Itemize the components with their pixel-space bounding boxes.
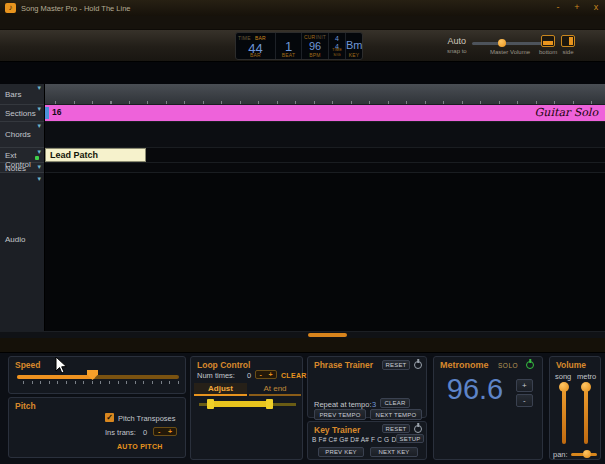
loop-tab-adjust[interactable]: Adjust <box>194 383 247 396</box>
metronome-power-icon[interactable] <box>526 361 534 369</box>
transport-display: TIME BAR 44 BAR 1 BEAT CUR INIT 96 BPM 4… <box>235 32 363 60</box>
bar-label: BAR <box>236 52 275 58</box>
app-window: ♪ Song Master Pro - Hold The Line - + x … <box>0 0 605 464</box>
sidebar-row-chords[interactable]: Chords ▾ <box>0 122 44 148</box>
loop-clear-button[interactable]: CLEAR <box>281 372 307 379</box>
snap-to-label: snap to <box>447 48 467 54</box>
ins-trans-stepper[interactable]: - + <box>153 427 177 436</box>
repeat-at-tempo-value: 3 <box>372 400 376 409</box>
loop-start-handle[interactable] <box>207 399 214 409</box>
audio-row-label: Audio <box>5 235 25 244</box>
chevron-down-icon[interactable]: ▾ <box>37 175 41 183</box>
bars-row-label: Bars <box>5 90 21 99</box>
key-sequence: B F# C# G# D# A# F C G D A E <box>312 436 409 443</box>
dock-side-label: side <box>561 49 575 55</box>
bars-ruler[interactable] <box>45 84 605 105</box>
track-content: 16 Guitar Solo Lead Patch <box>45 84 605 331</box>
metronome-solo-button[interactable]: SOLO <box>498 362 518 369</box>
toolbar: TIME BAR 44 BAR 1 BEAT CUR INIT 96 BPM 4… <box>0 30 605 62</box>
pan-handle[interactable] <box>583 450 591 458</box>
snap-to-value[interactable]: Auto <box>447 36 467 46</box>
minus-icon[interactable]: - <box>259 371 261 378</box>
sidebar-row-sections[interactable]: Sections ▾ <box>0 105 44 122</box>
loop-control-section: Loop Control Num times: 0 - + CLEAR Adju… <box>190 356 303 460</box>
tools-panel: Speed Pitch ✓ Pitch Transposes Ins trans… <box>0 353 605 464</box>
ins-trans-label: Ins trans: <box>105 428 136 437</box>
bpm-value: 96 <box>302 40 328 52</box>
metro-volume-label: metro <box>577 372 596 381</box>
bpm-label: BPM <box>302 52 328 58</box>
scrollbar-thumb[interactable] <box>308 333 347 337</box>
plus-icon[interactable]: + <box>269 371 273 378</box>
bpm-display: CUR INIT 96 BPM <box>302 33 329 59</box>
key-reset-button[interactable]: RESET <box>382 424 410 433</box>
master-volume-label: Master Volume <box>472 49 548 55</box>
metro-volume-handle[interactable] <box>581 382 591 392</box>
master-volume-slider[interactable] <box>472 42 548 45</box>
chevron-down-icon[interactable]: ▾ <box>37 148 41 156</box>
song-volume-slider[interactable] <box>562 384 566 444</box>
key-power-icon[interactable] <box>414 425 422 433</box>
phrase-clear-button[interactable]: CLEAR <box>380 398 410 408</box>
metronome-decrease-button[interactable]: - <box>516 394 533 407</box>
song-overview-strip <box>0 62 605 84</box>
snap-to-control[interactable]: Auto snap to <box>447 36 467 54</box>
ext-control-track[interactable]: Lead Patch <box>45 148 605 163</box>
speed-section: Speed <box>8 356 186 394</box>
minimize-button[interactable]: - <box>551 2 565 13</box>
next-key-button[interactable]: NEXT KEY <box>370 447 418 457</box>
dock-bottom-button[interactable]: bottom <box>539 35 557 55</box>
minus-icon[interactable]: - <box>158 428 160 435</box>
app-icon: ♪ <box>5 3 16 13</box>
dock-side-button[interactable]: side <box>561 35 575 55</box>
next-tempo-button[interactable]: NEXT TEMPO <box>370 409 422 420</box>
chevron-down-icon[interactable]: ▾ <box>37 163 41 171</box>
metro-volume-slider[interactable] <box>584 384 588 444</box>
maximize-button[interactable]: + <box>570 2 584 13</box>
timesig-display: 4 4 TIME SIG <box>329 33 346 59</box>
master-volume-handle[interactable] <box>498 39 506 47</box>
auto-pitch-button[interactable]: AUTO PITCH <box>117 443 163 450</box>
chevron-down-icon[interactable]: ▾ <box>37 105 41 113</box>
key-label: KEY <box>346 52 362 58</box>
chords-track <box>45 122 605 148</box>
num-times-value: 0 <box>247 371 251 380</box>
audio-waveform-track[interactable] <box>45 173 605 331</box>
pitch-transposes-checkbox[interactable]: ✓ <box>105 413 114 422</box>
bar-ticks <box>55 101 605 104</box>
chords-row-label: Chords <box>5 130 31 139</box>
track-area: Bars ▾ Sections ▾ Chords ▾ Ext Control ▾… <box>0 84 605 331</box>
phrase-reset-button[interactable]: RESET <box>382 360 410 370</box>
metronome-section: Metronome SOLO 96.6 + - <box>433 356 543 460</box>
chevron-down-icon[interactable]: ▾ <box>37 122 41 130</box>
metronome-increase-button[interactable]: + <box>516 379 533 392</box>
phrase-power-icon[interactable] <box>414 361 422 369</box>
sidebar-row-bars[interactable]: Bars ▾ <box>0 84 44 105</box>
plus-icon[interactable]: + <box>168 428 172 435</box>
loop-range-bar[interactable] <box>211 401 269 407</box>
num-times-stepper[interactable]: - + <box>255 370 277 379</box>
sidebar-row-audio[interactable]: ▾ Audio <box>0 173 44 331</box>
section-scroll-tab[interactable] <box>45 107 49 119</box>
close-button[interactable]: x <box>589 2 603 13</box>
sidebar-row-notes[interactable]: Notes ▾ <box>0 163 44 173</box>
bottom-tab-bar <box>0 338 605 353</box>
loop-control-title: Loop Control <box>197 360 250 370</box>
dock-bottom-label: bottom <box>539 49 557 55</box>
prev-tempo-button[interactable]: PREV TEMPO <box>314 409 366 420</box>
prev-key-button[interactable]: PREV KEY <box>318 447 364 457</box>
pitch-section: Pitch ✓ Pitch Transposes Ins trans: 0 - … <box>8 397 186 458</box>
sections-track[interactable]: 16 Guitar Solo <box>45 105 605 122</box>
key-setup-button[interactable]: SETUP <box>396 434 424 443</box>
sections-row-label: Sections <box>5 109 36 118</box>
song-volume-handle[interactable] <box>559 382 569 392</box>
notes-track[interactable] <box>45 163 605 173</box>
sidebar-row-ext-control[interactable]: Ext Control ▾ <box>0 148 44 163</box>
loop-end-handle[interactable] <box>266 399 273 409</box>
ext-control-event[interactable]: Lead Patch <box>45 148 146 162</box>
horizontal-scrollbar[interactable] <box>0 331 605 338</box>
pitch-title: Pitch <box>15 401 36 411</box>
chevron-down-icon[interactable]: ▾ <box>37 84 41 92</box>
loop-tab-at-end[interactable]: At end <box>249 383 301 396</box>
metronome-bpm-value: 96.6 <box>436 373 514 406</box>
